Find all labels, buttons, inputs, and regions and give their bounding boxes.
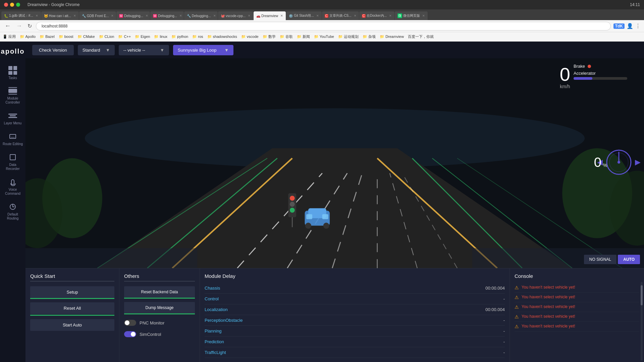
bookmark-math[interactable]: 📁 数学 (263, 34, 276, 39)
warn-icon-3: ⚠ (515, 304, 519, 310)
back-button[interactable]: ← (3, 22, 12, 30)
steering-circle (605, 149, 632, 176)
steering-pct-display: 0 % (594, 155, 607, 170)
sidebar-item-layer-menu[interactable]: Layer Menu (0, 108, 25, 129)
tdk-icon: TdK (613, 23, 625, 29)
check-version-button[interactable]: Check Version (32, 45, 74, 55)
console-scrollbar-thumb (641, 285, 643, 305)
reset-backend-button[interactable]: Reset Backend Data (124, 286, 195, 298)
route-dropdown[interactable]: Sunnyvale Big Loop ▼ (173, 45, 233, 55)
reload-button[interactable]: ↻ (26, 22, 33, 30)
sidebar-item-route-editing[interactable]: Route Editing (0, 129, 25, 149)
tab-debug2[interactable]: MDebugging...✕ (150, 11, 184, 20)
pnc-monitor-label: PNC Monitor (140, 320, 164, 325)
bookmark-linux[interactable]: 📁 linux (154, 35, 167, 39)
console-scrollbar[interactable] (641, 282, 643, 361)
tab-debug3[interactable]: 🔧Debugging...✕ (184, 11, 218, 20)
sidebar-item-default-routing[interactable]: Default Routing (0, 199, 25, 224)
setup-button[interactable]: Setup (30, 286, 114, 298)
no-signal-button[interactable]: NO SIGNAL (584, 255, 616, 264)
tab-docker[interactable]: C在Docker内...✕ (359, 11, 394, 20)
standard-dropdown[interactable]: Standard ▼ (78, 45, 115, 55)
sim-control-label: SimControl (140, 332, 161, 337)
signal-auto-row: NO SIGNAL AUTO (584, 255, 640, 264)
pnc-monitor-toggle[interactable] (124, 320, 136, 326)
perception-name: PerceptionObstacle (205, 318, 243, 323)
planning-name: Planning (205, 328, 222, 334)
bookmark-clion[interactable]: 📁 CLion (99, 35, 114, 39)
traffic-light-green[interactable] (16, 3, 20, 7)
console-msg-1: ⚠ You haven't select vehicle yet! (515, 283, 639, 293)
sidebar-item-module-controller[interactable]: Module Controller (0, 83, 25, 108)
warn-icon-4: ⚠ (515, 314, 519, 319)
bookmark-planning[interactable]: 📁 运动规划 (338, 34, 359, 39)
bookmark-python[interactable]: 📁 python (171, 35, 188, 39)
traffic-light-red[interactable] (4, 3, 8, 7)
browser-title: Dreamview - Google Chrome (28, 2, 79, 7)
sidebar-item-data-recorder[interactable]: Data Recorder (0, 149, 25, 174)
tab-dreamview[interactable]: 🚗Dreamview✕ (254, 11, 286, 20)
start-auto-button[interactable]: Start Auto (30, 319, 114, 331)
sidebar-item-tasks[interactable]: Tasks (0, 63, 25, 83)
standard-dropdown-arrow: ▼ (106, 48, 110, 53)
tab-gdbfront[interactable]: 🔧GDB Front E...✕ (79, 11, 116, 20)
bookmark-ros[interactable]: 📁 ros (192, 35, 203, 39)
brake-indicator (588, 65, 591, 68)
bookmark-boost[interactable]: 📁 boost (59, 35, 73, 39)
sim-control-row: SimControl (124, 330, 195, 339)
bookmark-vscode[interactable]: 📁 vscode (241, 35, 259, 39)
console-title: Console (515, 273, 639, 279)
auto-button[interactable]: AUTO (618, 255, 640, 264)
module-delay-title: Module Delay (205, 273, 505, 279)
bookmark-bazel[interactable]: 📁 Bazel (40, 35, 55, 39)
tab-wechat[interactable]: 微微信网页版✕ (395, 11, 428, 20)
speed-unit: km/h (560, 84, 570, 89)
voice-command-icon (8, 178, 17, 186)
accel-row: Accelerator (574, 71, 637, 76)
bookmark-apollo[interactable]: 📁 Apollo (20, 35, 36, 39)
pct-sign: % (603, 163, 607, 168)
svg-rect-23 (322, 214, 328, 219)
reset-all-button[interactable]: Reset All (30, 302, 114, 314)
profile-button[interactable]: 👤 (627, 23, 633, 29)
sidebar-item-voice-command[interactable]: Voice Command (0, 174, 25, 199)
module-controller-icon (8, 86, 17, 95)
bookmark-misc[interactable]: 📁 杂项 (363, 34, 376, 39)
forward-button[interactable]: → (15, 22, 23, 30)
route-dropdown-arrow: ▼ (224, 48, 229, 53)
app-container: apollo Tasks Module Controller (0, 42, 644, 362)
bookmark-dreamview[interactable]: 📁 Dreamview (380, 35, 404, 39)
bookmark-eigen[interactable]: 📁 Eigen (135, 35, 150, 39)
bookmark-baidu[interactable]: 百度一下，你就 (408, 34, 434, 39)
delay-row-chassis: Chassis 00:00.004 (205, 283, 505, 294)
svg-point-27 (290, 208, 295, 213)
localization-value: 00:00.004 (485, 307, 505, 312)
bookmark-cpp[interactable]: 📁 C++ (118, 35, 131, 39)
address-input[interactable]: localhost:8888 (36, 22, 611, 31)
quick-start-underline (30, 281, 114, 282)
bookmark-google[interactable]: 📁 谷歌 (280, 34, 293, 39)
tab-vscode[interactable]: 🐙vscode-cpp...✕ (218, 11, 253, 20)
bookmark-shadowshocks[interactable]: 📁 shadowshocks (207, 35, 237, 39)
tab-howcan[interactable]: 🐱How can i att...✕ (41, 11, 79, 20)
delay-row-perception: PerceptionObstacle - (205, 315, 505, 326)
brake-row: Brake (574, 64, 637, 69)
tab-gdb[interactable]: 🐛1.gdb 调试：#...✕ (1, 11, 41, 20)
dump-message-button[interactable]: Dump Message (124, 302, 195, 313)
bookmark-news[interactable]: 📁 新闻 (297, 34, 310, 39)
svg-point-25 (290, 196, 295, 201)
tab-debug1[interactable]: MDebugging...✕ (116, 11, 150, 20)
svg-point-26 (290, 202, 295, 207)
delay-row-trafficlight: TrafficLight - (205, 347, 505, 358)
bookmark-youtube[interactable]: 📁 YouTube (314, 35, 334, 39)
tab-articles[interactable]: C文章列表-CS...✕ (322, 11, 359, 20)
vehicle-dropdown[interactable]: -- vehicle -- ▼ (119, 45, 169, 55)
bookmark-cmake[interactable]: 📁 CMake (77, 35, 95, 39)
sim-control-toggle[interactable] (124, 331, 136, 337)
route-editing-icon (8, 132, 17, 141)
sidebar: apollo Tasks Module Controller (0, 42, 25, 362)
bookmark-apps[interactable]: 📱 应用 (3, 34, 16, 39)
tab-gitstash[interactable]: ⚙️Git Stash用...✕ (286, 11, 321, 20)
menu-button[interactable]: ⋮ (635, 23, 641, 29)
traffic-light-yellow[interactable] (10, 3, 14, 7)
